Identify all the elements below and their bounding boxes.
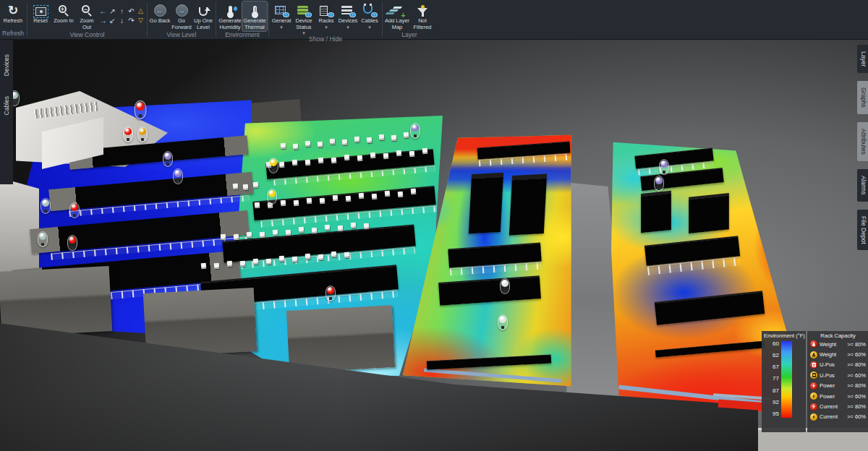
device-marker[interactable] — [233, 184, 239, 190]
device-marker[interactable] — [364, 223, 370, 230]
dropdown-caret-icon[interactable]: ▾ — [325, 25, 328, 29]
purple-status-pin[interactable] — [654, 176, 664, 192]
device-marker[interactable] — [422, 148, 428, 155]
device-marker[interactable] — [292, 257, 298, 263]
device-marker[interactable] — [320, 198, 326, 205]
generate-thermal-button[interactable]: Generate Thermal — [242, 1, 267, 31]
device-marker[interactable] — [234, 234, 239, 241]
device-marker[interactable] — [305, 160, 311, 166]
up-one-level-button[interactable]: Up One Level — [192, 1, 214, 31]
device-marker[interactable] — [293, 144, 299, 150]
view-arrow-icon[interactable]: → — [98, 16, 108, 25]
tab-devices[interactable]: Devices — [3, 54, 10, 76]
yellow-status-pin[interactable] — [267, 189, 277, 205]
device-marker[interactable] — [391, 135, 397, 142]
device-marker[interactable] — [379, 134, 385, 141]
device-marker[interactable] — [354, 137, 360, 143]
device-marker[interactable] — [396, 150, 402, 157]
device-marker[interactable] — [253, 259, 259, 265]
show-hide-cables-button[interactable]: Cables ▾ — [359, 1, 380, 30]
red-status-pin[interactable] — [69, 202, 80, 218]
view-arrow-icon[interactable]: ↑ — [117, 7, 127, 16]
view-arrow-icon[interactable]: ▽ — [136, 16, 145, 25]
tab-alarms[interactable]: Alarms — [857, 169, 868, 201]
device-marker[interactable] — [398, 192, 404, 198]
view-arrow-icon[interactable]: ↙ — [108, 16, 117, 25]
device-marker[interactable] — [247, 232, 252, 239]
device-marker[interactable] — [344, 252, 350, 259]
purple-status-pin[interactable] — [659, 159, 669, 175]
device-marker[interactable] — [255, 202, 260, 209]
dropdown-caret-icon[interactable]: ▾ — [280, 25, 283, 29]
red-status-pin[interactable] — [123, 126, 133, 142]
tab-graphs[interactable]: Graphs — [857, 81, 868, 114]
purple-status-pin[interactable] — [163, 151, 173, 167]
tab-cables[interactable]: Cables — [3, 96, 10, 115]
device-marker[interactable] — [312, 228, 318, 234]
device-marker[interactable] — [253, 182, 259, 189]
device-marker[interactable] — [351, 223, 357, 229]
red-status-pin[interactable] — [67, 235, 77, 251]
device-marker[interactable] — [318, 158, 324, 164]
generate-humidity-button[interactable]: Generate Humidity — [218, 1, 242, 31]
add-layer-map-button[interactable]: + Add Layer Map — [384, 1, 410, 31]
device-marker[interactable] — [385, 191, 391, 197]
device-marker[interactable] — [260, 232, 265, 239]
device-marker[interactable] — [409, 151, 415, 158]
device-marker[interactable] — [221, 234, 226, 241]
view-arrow-icon[interactable]: ↓ — [117, 16, 127, 25]
dropdown-caret-icon[interactable]: ▾ — [368, 25, 371, 29]
rack-row[interactable] — [641, 191, 671, 233]
device-marker[interactable] — [286, 230, 292, 236]
device-marker[interactable] — [372, 194, 378, 200]
purple-status-pin[interactable] — [173, 168, 183, 184]
orange-status-pin[interactable] — [137, 126, 148, 142]
device-marker[interactable] — [273, 230, 278, 236]
device-marker[interactable] — [305, 141, 311, 147]
yellow-status-pin[interactable] — [268, 158, 278, 173]
show-hide-devices-button[interactable]: Devices ▾ — [337, 1, 359, 30]
dropdown-caret-icon[interactable]: ▾ — [346, 25, 349, 29]
device-marker[interactable] — [330, 139, 336, 145]
white-status-pin[interactable] — [498, 314, 508, 330]
device-marker[interactable] — [201, 263, 207, 270]
device-marker[interactable] — [383, 153, 389, 160]
device-marker[interactable] — [346, 196, 352, 202]
device-marker[interactable] — [281, 143, 286, 150]
device-marker[interactable] — [227, 261, 233, 267]
view-arrow-icon[interactable]: ← — [98, 7, 108, 16]
purple-status-pin[interactable] — [410, 123, 420, 139]
show-hide-general-button[interactable]: General ▾ — [271, 1, 292, 30]
device-marker[interactable] — [333, 195, 339, 202]
device-marker[interactable] — [325, 225, 331, 231]
device-marker[interactable] — [299, 227, 305, 233]
teal-status-pin[interactable] — [38, 231, 48, 247]
device-marker[interactable] — [411, 189, 417, 195]
device-marker[interactable] — [281, 200, 286, 207]
3d-datacenter-view[interactable]: Environment (°F) 60 62 67 77 87 92 95 Ra… — [0, 0, 868, 451]
view-arrow-icon[interactable]: ↗ — [108, 7, 117, 16]
device-marker[interactable] — [404, 132, 409, 139]
zoom-in-button[interactable]: + Zoom In — [52, 1, 75, 25]
zoom-out-button[interactable]: − Zoom Out — [75, 1, 98, 31]
white-status-pin[interactable] — [500, 278, 510, 294]
device-marker[interactable] — [214, 263, 220, 270]
device-marker[interactable] — [243, 184, 249, 191]
show-hide-device-status-button[interactable]: Device Status ▾ — [292, 1, 315, 35]
not-filtered-button[interactable]: Not Filtered — [410, 1, 435, 31]
refresh-button[interactable]: ↻ Refresh — [1, 1, 25, 25]
device-marker[interactable] — [307, 198, 312, 205]
rack-row[interactable] — [509, 174, 547, 236]
rack-row[interactable] — [469, 173, 503, 234]
dropdown-caret-icon[interactable]: ▾ — [302, 31, 305, 35]
device-marker[interactable] — [266, 259, 272, 265]
tab-attributes[interactable]: Attributes — [857, 122, 868, 161]
device-marker[interactable] — [292, 160, 298, 166]
tab-layer[interactable]: Layer — [857, 45, 868, 73]
device-marker[interactable] — [344, 155, 350, 161]
rack-row[interactable] — [689, 193, 729, 233]
device-marker[interactable] — [359, 193, 365, 199]
teal-status-pin[interactable] — [41, 198, 51, 214]
device-marker[interactable] — [240, 261, 246, 267]
red-status-pin[interactable] — [135, 100, 147, 119]
